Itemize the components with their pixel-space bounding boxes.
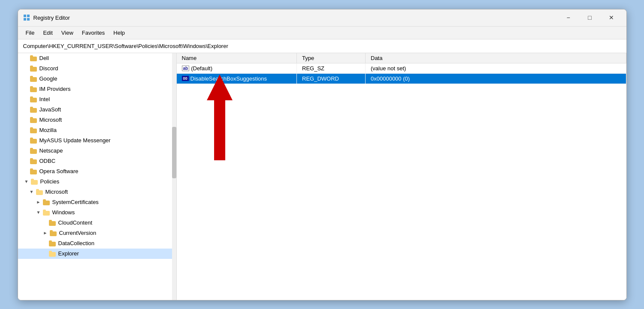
sidebar-label: Netscape (39, 147, 63, 154)
folder-icon (30, 76, 38, 82)
scrollbar-thumb[interactable] (172, 127, 176, 178)
sidebar-label: IM Providers (39, 86, 71, 92)
sidebar-item-cloudcontent[interactable]: CloudContent (18, 218, 176, 228)
sidebar-label: ODBC (39, 158, 56, 164)
collapse-icon[interactable]: ▼ (28, 189, 35, 195)
sidebar-item-microsoft[interactable]: Microsoft (18, 115, 176, 125)
folder-icon (30, 148, 38, 154)
sidebar-item-explorer[interactable]: Explorer (18, 249, 176, 259)
folder-icon (49, 240, 57, 246)
sidebar-item-mozilla[interactable]: Mozilla (18, 125, 176, 135)
collapse-icon[interactable]: ▼ (23, 178, 30, 185)
sidebar-item-dell[interactable]: Dell (18, 53, 176, 63)
sidebar-item-intel[interactable]: Intel (18, 94, 176, 105)
reg-name: (Default) (191, 65, 212, 72)
registry-table[interactable]: Name Type Data ab (Default) (177, 53, 626, 300)
menu-edit[interactable]: Edit (39, 28, 57, 38)
sidebar-item-microsoft-policies[interactable]: ▼ Microsoft (18, 187, 176, 197)
reg-type-cell: REG_DWORD (297, 73, 366, 84)
expand-icon[interactable]: ► (35, 199, 42, 206)
folder-icon (30, 127, 38, 133)
folder-icon (31, 179, 39, 185)
reg-name-cell: ab (Default) (177, 63, 297, 73)
folder-icon (30, 66, 38, 72)
sidebar-item-windows[interactable]: ▼ Windows (18, 207, 176, 218)
sidebar-item-google[interactable]: Google (18, 74, 176, 84)
folder-icon (30, 107, 38, 113)
sidebar-label: Windows (52, 209, 75, 216)
table-row[interactable]: 00 DisableSearchBoxSuggestions REG_DWORD… (177, 73, 626, 84)
sidebar-label: Opera Software (39, 168, 79, 174)
address-text: Computer\HKEY_CURRENT_USER\Software\Poli… (23, 43, 228, 49)
sidebar-label: Dell (39, 55, 49, 61)
address-bar[interactable]: Computer\HKEY_CURRENT_USER\Software\Poli… (18, 39, 626, 53)
title-bar: Registry Editor − □ ✕ (18, 9, 626, 27)
sidebar-item-datacollection[interactable]: DataCollection (18, 238, 176, 249)
folder-icon (30, 86, 38, 92)
window-controls: − □ ✕ (559, 11, 621, 24)
folder-icon (30, 168, 38, 174)
sidebar-label: DataCollection (58, 240, 95, 246)
sidebar-item-myasus[interactable]: MyASUS Update Messenger (18, 135, 176, 146)
folder-icon (30, 55, 38, 61)
sidebar-label: CloudContent (58, 219, 93, 226)
folder-icon (43, 199, 51, 205)
sidebar-item-systemcerts[interactable]: ► SystemCertificates (18, 197, 176, 207)
sidebar-label: Policies (40, 178, 60, 185)
folder-icon (30, 158, 38, 164)
col-header-data: Data (366, 53, 626, 63)
app-icon (23, 14, 30, 21)
sidebar-item-opera[interactable]: Opera Software (18, 166, 176, 177)
menu-help[interactable]: Help (109, 28, 129, 38)
sidebar-tree: Dell Discord Google IM Providers Int (18, 53, 177, 300)
sidebar-label: Discord (39, 65, 58, 72)
sidebar-label: Microsoft (39, 117, 62, 123)
reg-data-cell: 0x00000000 (0) (366, 73, 626, 84)
folder-icon (30, 117, 38, 123)
sidebar-item-javasoft[interactable]: JavaSoft (18, 105, 176, 115)
col-header-type: Type (297, 53, 366, 63)
menu-favorites[interactable]: Favorites (78, 28, 109, 38)
svg-rect-3 (27, 18, 30, 21)
sidebar-item-policies[interactable]: ▼ Policies (18, 177, 176, 187)
folder-icon (30, 96, 38, 102)
reg-type-cell: REG_SZ (297, 63, 366, 73)
reg-data-cell: (value not set) (366, 63, 626, 73)
menu-bar: File Edit View Favorites Help (18, 27, 626, 39)
sidebar-item-discord[interactable]: Discord (18, 63, 176, 74)
sidebar-item-netscape[interactable]: Netscape (18, 146, 176, 156)
sidebar-label: Intel (39, 96, 50, 102)
folder-icon (50, 230, 57, 236)
folder-icon (30, 138, 38, 144)
minimize-button[interactable]: − (559, 11, 578, 24)
sidebar-item-odbc[interactable]: ODBC (18, 156, 176, 166)
expand-icon[interactable]: ► (42, 230, 49, 237)
reg-type-icon: ab (182, 66, 190, 71)
svg-rect-0 (24, 15, 26, 17)
sidebar-label: Google (39, 75, 57, 82)
sidebar-label: Mozilla (39, 127, 57, 133)
sidebar-item-currentversion[interactable]: ► CurrentVersion (18, 228, 176, 238)
close-button[interactable]: ✕ (602, 11, 621, 24)
registry-editor-window: Registry Editor − □ ✕ File Edit View Fav… (18, 9, 627, 300)
svg-rect-1 (27, 15, 30, 17)
table-row[interactable]: ab (Default) REG_SZ (value not set) (177, 63, 626, 73)
sidebar-label: MyASUS Update Messenger (39, 137, 111, 144)
sidebar-label: SystemCertificates (52, 199, 99, 205)
reg-name: DisableSearchBoxSuggestions (190, 75, 267, 82)
svg-rect-2 (24, 18, 26, 21)
col-header-name: Name (177, 53, 297, 63)
menu-file[interactable]: File (21, 28, 39, 38)
reg-name-cell: 00 DisableSearchBoxSuggestions (177, 73, 297, 84)
reg-type-icon: 00 (182, 76, 189, 81)
sidebar-item-im-providers[interactable]: IM Providers (18, 84, 176, 94)
sidebar-label: Explorer (58, 250, 79, 257)
collapse-icon[interactable]: ▼ (35, 209, 42, 216)
scrollbar-track[interactable] (172, 53, 176, 300)
menu-view[interactable]: View (57, 28, 78, 38)
window-title: Registry Editor (33, 15, 559, 21)
registry-pane: Name Type Data ab (Default) (177, 53, 626, 300)
sidebar-label: Microsoft (45, 189, 68, 195)
folder-icon (36, 189, 44, 195)
maximize-button[interactable]: □ (580, 11, 600, 24)
